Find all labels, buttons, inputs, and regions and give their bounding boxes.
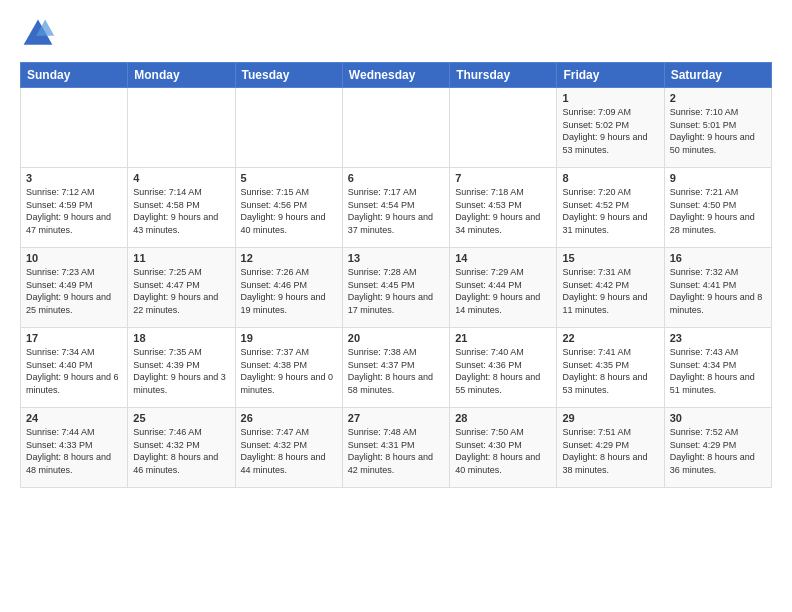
calendar-cell: 1Sunrise: 7:09 AM Sunset: 5:02 PM Daylig… xyxy=(557,88,664,168)
calendar-cell: 5Sunrise: 7:15 AM Sunset: 4:56 PM Daylig… xyxy=(235,168,342,248)
day-info: Sunrise: 7:46 AM Sunset: 4:32 PM Dayligh… xyxy=(133,426,229,476)
calendar-header: SundayMondayTuesdayWednesdayThursdayFrid… xyxy=(21,63,772,88)
weekday-header: Tuesday xyxy=(235,63,342,88)
calendar-cell: 26Sunrise: 7:47 AM Sunset: 4:32 PM Dayli… xyxy=(235,408,342,488)
calendar-cell: 27Sunrise: 7:48 AM Sunset: 4:31 PM Dayli… xyxy=(342,408,449,488)
calendar-cell: 19Sunrise: 7:37 AM Sunset: 4:38 PM Dayli… xyxy=(235,328,342,408)
day-number: 13 xyxy=(348,252,444,264)
calendar-cell: 16Sunrise: 7:32 AM Sunset: 4:41 PM Dayli… xyxy=(664,248,771,328)
day-info: Sunrise: 7:43 AM Sunset: 4:34 PM Dayligh… xyxy=(670,346,766,396)
day-info: Sunrise: 7:25 AM Sunset: 4:47 PM Dayligh… xyxy=(133,266,229,316)
day-number: 22 xyxy=(562,332,658,344)
day-info: Sunrise: 7:20 AM Sunset: 4:52 PM Dayligh… xyxy=(562,186,658,236)
calendar-cell: 17Sunrise: 7:34 AM Sunset: 4:40 PM Dayli… xyxy=(21,328,128,408)
calendar-week-row: 1Sunrise: 7:09 AM Sunset: 5:02 PM Daylig… xyxy=(21,88,772,168)
day-info: Sunrise: 7:44 AM Sunset: 4:33 PM Dayligh… xyxy=(26,426,122,476)
page: SundayMondayTuesdayWednesdayThursdayFrid… xyxy=(0,0,792,612)
header xyxy=(20,16,772,52)
calendar: SundayMondayTuesdayWednesdayThursdayFrid… xyxy=(20,62,772,488)
calendar-cell: 11Sunrise: 7:25 AM Sunset: 4:47 PM Dayli… xyxy=(128,248,235,328)
logo xyxy=(20,16,60,52)
calendar-cell: 21Sunrise: 7:40 AM Sunset: 4:36 PM Dayli… xyxy=(450,328,557,408)
calendar-cell: 4Sunrise: 7:14 AM Sunset: 4:58 PM Daylig… xyxy=(128,168,235,248)
day-number: 15 xyxy=(562,252,658,264)
day-number: 7 xyxy=(455,172,551,184)
day-number: 12 xyxy=(241,252,337,264)
day-number: 10 xyxy=(26,252,122,264)
day-number: 26 xyxy=(241,412,337,424)
day-number: 11 xyxy=(133,252,229,264)
day-info: Sunrise: 7:31 AM Sunset: 4:42 PM Dayligh… xyxy=(562,266,658,316)
day-info: Sunrise: 7:18 AM Sunset: 4:53 PM Dayligh… xyxy=(455,186,551,236)
day-info: Sunrise: 7:37 AM Sunset: 4:38 PM Dayligh… xyxy=(241,346,337,396)
day-number: 3 xyxy=(26,172,122,184)
calendar-cell xyxy=(21,88,128,168)
day-info: Sunrise: 7:21 AM Sunset: 4:50 PM Dayligh… xyxy=(670,186,766,236)
day-info: Sunrise: 7:47 AM Sunset: 4:32 PM Dayligh… xyxy=(241,426,337,476)
calendar-cell: 23Sunrise: 7:43 AM Sunset: 4:34 PM Dayli… xyxy=(664,328,771,408)
day-number: 16 xyxy=(670,252,766,264)
calendar-cell: 30Sunrise: 7:52 AM Sunset: 4:29 PM Dayli… xyxy=(664,408,771,488)
calendar-cell xyxy=(235,88,342,168)
day-info: Sunrise: 7:52 AM Sunset: 4:29 PM Dayligh… xyxy=(670,426,766,476)
day-info: Sunrise: 7:28 AM Sunset: 4:45 PM Dayligh… xyxy=(348,266,444,316)
day-number: 24 xyxy=(26,412,122,424)
day-info: Sunrise: 7:10 AM Sunset: 5:01 PM Dayligh… xyxy=(670,106,766,156)
day-number: 19 xyxy=(241,332,337,344)
day-info: Sunrise: 7:48 AM Sunset: 4:31 PM Dayligh… xyxy=(348,426,444,476)
day-info: Sunrise: 7:50 AM Sunset: 4:30 PM Dayligh… xyxy=(455,426,551,476)
calendar-cell: 18Sunrise: 7:35 AM Sunset: 4:39 PM Dayli… xyxy=(128,328,235,408)
day-info: Sunrise: 7:09 AM Sunset: 5:02 PM Dayligh… xyxy=(562,106,658,156)
day-number: 30 xyxy=(670,412,766,424)
calendar-cell: 22Sunrise: 7:41 AM Sunset: 4:35 PM Dayli… xyxy=(557,328,664,408)
day-info: Sunrise: 7:12 AM Sunset: 4:59 PM Dayligh… xyxy=(26,186,122,236)
calendar-cell: 7Sunrise: 7:18 AM Sunset: 4:53 PM Daylig… xyxy=(450,168,557,248)
day-info: Sunrise: 7:32 AM Sunset: 4:41 PM Dayligh… xyxy=(670,266,766,316)
weekday-header: Saturday xyxy=(664,63,771,88)
day-number: 2 xyxy=(670,92,766,104)
weekday-row: SundayMondayTuesdayWednesdayThursdayFrid… xyxy=(21,63,772,88)
day-number: 23 xyxy=(670,332,766,344)
calendar-cell xyxy=(342,88,449,168)
calendar-cell: 15Sunrise: 7:31 AM Sunset: 4:42 PM Dayli… xyxy=(557,248,664,328)
day-number: 21 xyxy=(455,332,551,344)
calendar-week-row: 17Sunrise: 7:34 AM Sunset: 4:40 PM Dayli… xyxy=(21,328,772,408)
calendar-week-row: 3Sunrise: 7:12 AM Sunset: 4:59 PM Daylig… xyxy=(21,168,772,248)
day-info: Sunrise: 7:34 AM Sunset: 4:40 PM Dayligh… xyxy=(26,346,122,396)
day-info: Sunrise: 7:40 AM Sunset: 4:36 PM Dayligh… xyxy=(455,346,551,396)
calendar-week-row: 10Sunrise: 7:23 AM Sunset: 4:49 PM Dayli… xyxy=(21,248,772,328)
day-info: Sunrise: 7:23 AM Sunset: 4:49 PM Dayligh… xyxy=(26,266,122,316)
calendar-cell: 3Sunrise: 7:12 AM Sunset: 4:59 PM Daylig… xyxy=(21,168,128,248)
weekday-header: Friday xyxy=(557,63,664,88)
calendar-cell: 14Sunrise: 7:29 AM Sunset: 4:44 PM Dayli… xyxy=(450,248,557,328)
calendar-cell: 9Sunrise: 7:21 AM Sunset: 4:50 PM Daylig… xyxy=(664,168,771,248)
day-number: 27 xyxy=(348,412,444,424)
day-info: Sunrise: 7:38 AM Sunset: 4:37 PM Dayligh… xyxy=(348,346,444,396)
day-number: 4 xyxy=(133,172,229,184)
day-number: 8 xyxy=(562,172,658,184)
weekday-header: Sunday xyxy=(21,63,128,88)
logo-icon xyxy=(20,16,56,52)
day-info: Sunrise: 7:17 AM Sunset: 4:54 PM Dayligh… xyxy=(348,186,444,236)
day-info: Sunrise: 7:29 AM Sunset: 4:44 PM Dayligh… xyxy=(455,266,551,316)
day-number: 18 xyxy=(133,332,229,344)
calendar-cell: 20Sunrise: 7:38 AM Sunset: 4:37 PM Dayli… xyxy=(342,328,449,408)
calendar-cell: 8Sunrise: 7:20 AM Sunset: 4:52 PM Daylig… xyxy=(557,168,664,248)
calendar-cell xyxy=(128,88,235,168)
day-number: 20 xyxy=(348,332,444,344)
day-number: 14 xyxy=(455,252,551,264)
weekday-header: Thursday xyxy=(450,63,557,88)
calendar-cell: 25Sunrise: 7:46 AM Sunset: 4:32 PM Dayli… xyxy=(128,408,235,488)
day-info: Sunrise: 7:15 AM Sunset: 4:56 PM Dayligh… xyxy=(241,186,337,236)
day-info: Sunrise: 7:35 AM Sunset: 4:39 PM Dayligh… xyxy=(133,346,229,396)
calendar-cell: 29Sunrise: 7:51 AM Sunset: 4:29 PM Dayli… xyxy=(557,408,664,488)
day-number: 29 xyxy=(562,412,658,424)
day-info: Sunrise: 7:26 AM Sunset: 4:46 PM Dayligh… xyxy=(241,266,337,316)
day-info: Sunrise: 7:14 AM Sunset: 4:58 PM Dayligh… xyxy=(133,186,229,236)
calendar-cell: 2Sunrise: 7:10 AM Sunset: 5:01 PM Daylig… xyxy=(664,88,771,168)
calendar-cell xyxy=(450,88,557,168)
day-number: 17 xyxy=(26,332,122,344)
calendar-week-row: 24Sunrise: 7:44 AM Sunset: 4:33 PM Dayli… xyxy=(21,408,772,488)
day-number: 5 xyxy=(241,172,337,184)
calendar-cell: 28Sunrise: 7:50 AM Sunset: 4:30 PM Dayli… xyxy=(450,408,557,488)
